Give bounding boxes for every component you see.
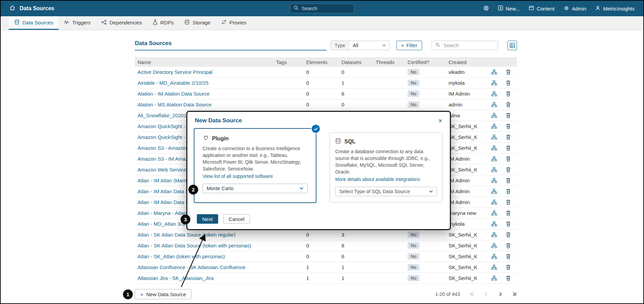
- delete-button[interactable]: [502, 254, 514, 259]
- delete-button[interactable]: [502, 210, 514, 216]
- lineage-button[interactable]: [486, 145, 502, 150]
- delete-button[interactable]: [502, 221, 514, 227]
- lineage-button[interactable]: [486, 189, 502, 194]
- lineage-button[interactable]: [486, 265, 502, 270]
- lineage-button[interactable]: [486, 135, 502, 140]
- delete-button[interactable]: [502, 275, 514, 281]
- lineage-button[interactable]: [486, 276, 502, 281]
- plugin-type-select[interactable]: Monte Carlo: [203, 184, 308, 193]
- table-grid-icon: [510, 43, 515, 48]
- lineage-button[interactable]: [486, 200, 502, 205]
- delete-button[interactable]: [502, 145, 514, 151]
- lineage-button[interactable]: [486, 243, 502, 248]
- delete-button[interactable]: [502, 91, 514, 97]
- help-button[interactable]: [483, 5, 489, 12]
- sql-card[interactable]: SQL Create a database connection to any …: [330, 133, 442, 202]
- top-bar: Data Sources New...: [1, 1, 643, 16]
- delete-button[interactable]: [502, 232, 514, 238]
- trash-icon: [506, 167, 511, 173]
- last-page-icon[interactable]: [512, 292, 517, 297]
- plugin-card[interactable]: Plugin Create a connection to a Business…: [194, 128, 316, 203]
- delete-button[interactable]: [502, 134, 514, 140]
- lineage-button[interactable]: [486, 80, 502, 85]
- delete-button[interactable]: [502, 243, 514, 248]
- lineage-button[interactable]: [486, 221, 502, 226]
- first-page-icon[interactable]: [470, 292, 474, 297]
- user-menu-button[interactable]: MetricInsights: [595, 5, 635, 12]
- lineage-button[interactable]: [486, 210, 502, 216]
- cancel-button[interactable]: Cancel: [223, 214, 250, 224]
- next-page-icon[interactable]: [498, 292, 503, 297]
- tab-data-sources[interactable]: Data Sources: [9, 16, 59, 30]
- datasource-name-link[interactable]: Alation - IM Alation Data Source: [138, 91, 210, 97]
- lineage-button[interactable]: [486, 102, 502, 107]
- lineage-button[interactable]: [486, 178, 502, 183]
- cell-created: IM Admin: [449, 91, 486, 97]
- new-data-source-button[interactable]: + New Data Source: [135, 289, 191, 299]
- delete-button[interactable]: [502, 199, 514, 205]
- delete-button[interactable]: [502, 113, 514, 118]
- delete-button[interactable]: [502, 156, 514, 162]
- delete-button[interactable]: [502, 264, 514, 270]
- cell-datasets: 8: [341, 243, 376, 248]
- chevron-down-icon: [382, 44, 386, 47]
- lineage-button[interactable]: [486, 69, 502, 75]
- lineage-button[interactable]: [486, 91, 502, 96]
- modal-title: New Data Source: [195, 117, 242, 124]
- delete-button[interactable]: [502, 69, 514, 75]
- datasource-name-link[interactable]: Atlan - SK Atlan Data Souce (token regul…: [138, 232, 235, 238]
- prev-page-icon[interactable]: [484, 292, 489, 297]
- lineage-button[interactable]: [486, 167, 502, 172]
- sql-card-description: Create a database connection to any data…: [335, 148, 437, 176]
- datasource-name-link[interactable]: Airtable - MD_Airatable 2/10/25: [138, 80, 208, 86]
- delete-button[interactable]: [502, 188, 514, 194]
- delete-button[interactable]: [502, 102, 514, 107]
- global-search-input[interactable]: [301, 5, 345, 12]
- admin-menu-button[interactable]: Admin: [564, 5, 586, 12]
- lineage-button[interactable]: [486, 124, 502, 129]
- delete-button[interactable]: [502, 80, 514, 86]
- column-settings-button[interactable]: [507, 41, 517, 50]
- datasource-name-link[interactable]: Ali_Snowflake_20201: [138, 113, 186, 118]
- delete-button[interactable]: [502, 123, 514, 129]
- global-search[interactable]: [290, 4, 354, 13]
- tab-storage[interactable]: Storage: [179, 16, 216, 30]
- lineage-button[interactable]: [486, 113, 502, 118]
- datasource-name-link[interactable]: Amazon S3 - IM Amazon: [138, 156, 194, 162]
- sql-type-select[interactable]: Select Type of SQL Data Source: [335, 187, 437, 196]
- plugin-card-title: Plugin: [212, 136, 229, 142]
- sql-integrations-link[interactable]: More details about available integration…: [335, 177, 420, 182]
- close-icon[interactable]: ×: [438, 117, 442, 124]
- lineage-button[interactable]: [486, 254, 502, 259]
- cell-elements: 0: [306, 69, 341, 75]
- filter-button[interactable]: + Filter: [396, 41, 422, 50]
- datasource-name-link[interactable]: Alation - MS Alation Data Source: [138, 102, 211, 107]
- lineage-button[interactable]: [486, 156, 502, 161]
- table-search-input[interactable]: [443, 42, 490, 48]
- lineage-tree-icon: [491, 189, 497, 194]
- tab-triggers[interactable]: Triggers: [59, 16, 96, 30]
- table-search[interactable]: [432, 41, 498, 50]
- datasource-name-link[interactable]: Active Directory Service Principal: [138, 69, 212, 75]
- datasource-name-link[interactable]: Amazon S3 - Amazon S3: [138, 145, 194, 151]
- datasource-name-link[interactable]: Atlan - SK Atlan Data Souce (token with …: [138, 243, 251, 248]
- new-menu-button[interactable]: New...: [498, 5, 520, 12]
- type-filter-select[interactable]: All: [349, 41, 389, 50]
- delete-button[interactable]: [502, 167, 514, 173]
- plugin-supported-software-link[interactable]: View list of all supported software: [203, 174, 273, 179]
- next-button[interactable]: Next: [197, 214, 218, 224]
- tab-dependencies[interactable]: Dependencies: [96, 16, 147, 30]
- datasource-name-link[interactable]: Atlassian Confluence - SK Atlassian Conf…: [138, 264, 246, 270]
- trash-icon: [506, 134, 511, 140]
- delete-button[interactable]: [502, 178, 514, 183]
- tab-proxies[interactable]: Proxies: [216, 16, 252, 30]
- datasource-name-link[interactable]: Atlan - SK_Atlan (token with personas): [138, 254, 225, 259]
- datasource-name-link[interactable]: Atlassian Jira - SK_Atlassian_Jira: [138, 275, 213, 281]
- trash-icon: [506, 232, 511, 238]
- lineage-button[interactable]: [486, 232, 502, 237]
- home-icon[interactable]: [9, 5, 15, 12]
- datasource-name-link[interactable]: Atlan - IM Atlan (Marriot t: [138, 178, 194, 183]
- content-menu-button[interactable]: Content: [529, 5, 555, 12]
- tab-rdps[interactable]: RDPs: [147, 16, 179, 30]
- cell-datasets: 0: [341, 102, 376, 107]
